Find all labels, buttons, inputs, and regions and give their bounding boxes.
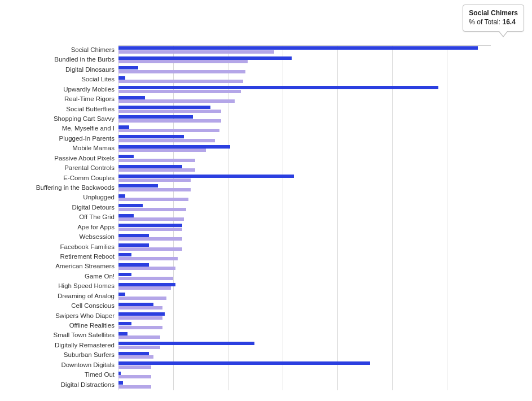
bar-series-0[interactable] [118, 293, 125, 296]
bar-series-0[interactable] [118, 372, 121, 375]
category-label: Timed Out [2, 370, 115, 380]
bar-series-0[interactable] [118, 46, 478, 50]
bar-series-1[interactable] [118, 50, 274, 54]
bar-series-0[interactable] [118, 224, 182, 227]
bar-series-0[interactable] [118, 76, 125, 80]
bar-series-1[interactable] [118, 277, 173, 280]
bar-series-1[interactable] [118, 335, 160, 339]
category-label: Digital Dinosaurs [2, 65, 115, 75]
bar-series-0[interactable] [118, 204, 143, 207]
bar-series-1[interactable] [118, 228, 182, 231]
bar-series-1[interactable] [118, 188, 191, 191]
bar-series-1[interactable] [118, 355, 153, 359]
bar-series-0[interactable] [118, 273, 131, 276]
bar-series-1[interactable] [118, 129, 219, 132]
bar-series-1[interactable] [118, 208, 186, 211]
bar-series-1[interactable] [118, 316, 162, 320]
bar-series-0[interactable] [118, 194, 125, 198]
bar-series-0[interactable] [118, 381, 123, 385]
bar-series-0[interactable] [118, 243, 149, 247]
bar-series-0[interactable] [118, 234, 149, 237]
bar-series-1[interactable] [118, 375, 151, 378]
bar-series-0[interactable] [118, 253, 131, 256]
bar-series-0[interactable] [118, 352, 149, 355]
category-label: Retirement Reboot [2, 252, 115, 261]
bar-series-0[interactable] [118, 322, 131, 325]
bar-series-0[interactable] [118, 214, 134, 217]
bar-series-1[interactable] [118, 297, 166, 300]
gridline [447, 46, 447, 390]
bar-series-0[interactable] [118, 106, 210, 109]
bar-series-1[interactable] [118, 178, 191, 182]
category-label: Cell Conscious [2, 301, 115, 311]
category-label: Upwardly Mobiles [2, 85, 115, 94]
gridline [337, 46, 338, 390]
category-label: Buffering in the Backwoods [2, 183, 115, 193]
tooltip-metric-line: % of Total: 16.4 [469, 18, 518, 27]
bar-series-0[interactable] [118, 342, 254, 345]
tooltip-category: Social Chimers [469, 8, 518, 18]
gridline [283, 46, 283, 390]
bar-series-0[interactable] [118, 145, 230, 149]
bar-series-0[interactable] [118, 96, 145, 99]
bar-series-0[interactable] [118, 332, 127, 335]
bar-series-1[interactable] [118, 286, 171, 290]
bar-series-0[interactable] [118, 115, 193, 119]
bar-series-0[interactable] [118, 125, 129, 129]
bar-series-1[interactable] [118, 217, 184, 221]
bar-series-1[interactable] [118, 306, 162, 310]
category-label: Mobile Mamas [2, 143, 115, 153]
bar-series-1[interactable] [118, 119, 221, 123]
bar-series-0[interactable] [118, 135, 184, 138]
bar-series-0[interactable] [118, 312, 165, 316]
category-label: Social Butterflies [2, 104, 115, 114]
category-label: Parental Controls [2, 163, 115, 173]
bar-series-1[interactable] [118, 70, 245, 73]
bar-series-0[interactable] [118, 361, 370, 365]
bar-series-0[interactable] [118, 86, 438, 89]
bar-series-1[interactable] [118, 159, 195, 162]
bar-series-1[interactable] [118, 99, 235, 103]
bar-series-0[interactable] [118, 263, 149, 267]
category-label: Unplugged [2, 193, 115, 202]
category-label: Plugged-In Parents [2, 134, 115, 143]
bar-series-0[interactable] [118, 303, 153, 306]
category-label: Small Town Satellites [2, 330, 115, 340]
bar-series-1[interactable] [118, 198, 188, 201]
bar-series-1[interactable] [118, 385, 151, 389]
grouped-horizontal-bar-chart: Social ChimersBundled in the BurbsDigita… [0, 0, 532, 401]
category-label: Bundled in the Burbs [2, 55, 115, 64]
bar-series-1[interactable] [118, 168, 195, 172]
category-label: Game On! [2, 272, 115, 281]
bar-series-1[interactable] [118, 267, 175, 270]
bar-series-0[interactable] [118, 165, 182, 168]
bar-series-0[interactable] [118, 283, 175, 286]
bar-series-1[interactable] [118, 237, 182, 241]
bar-series-1[interactable] [118, 90, 241, 93]
category-label: Off The Grid [2, 212, 115, 222]
bar-series-0[interactable] [118, 66, 138, 69]
bar-series-0[interactable] [118, 175, 294, 178]
bar-series-1[interactable] [118, 80, 243, 83]
bar-series-1[interactable] [118, 139, 215, 142]
category-label: Digital Detours [2, 203, 115, 212]
bar-series-1[interactable] [118, 257, 178, 260]
bar-series-1[interactable] [118, 346, 160, 349]
gridline [392, 46, 393, 390]
category-label: Me, Myselfie and I [2, 124, 115, 133]
bar-series-0[interactable] [118, 56, 292, 60]
bar-series-1[interactable] [118, 326, 162, 329]
category-label: Ape for Apps [2, 223, 115, 232]
bar-series-1[interactable] [118, 365, 151, 369]
chart-tooltip: Social Chimers % of Total: 16.4 [463, 5, 524, 32]
tooltip-value: 16.4 [502, 18, 515, 26]
bar-series-1[interactable] [118, 149, 206, 152]
bar-series-1[interactable] [118, 60, 248, 63]
tooltip-tail [499, 30, 508, 36]
category-label: Social Chimers [2, 45, 115, 55]
bar-series-0[interactable] [118, 155, 134, 158]
bar-series-1[interactable] [118, 110, 221, 113]
bar-series-1[interactable] [118, 247, 182, 251]
bar-series-0[interactable] [118, 184, 158, 188]
category-label: Swipers Who Diaper [2, 311, 115, 321]
